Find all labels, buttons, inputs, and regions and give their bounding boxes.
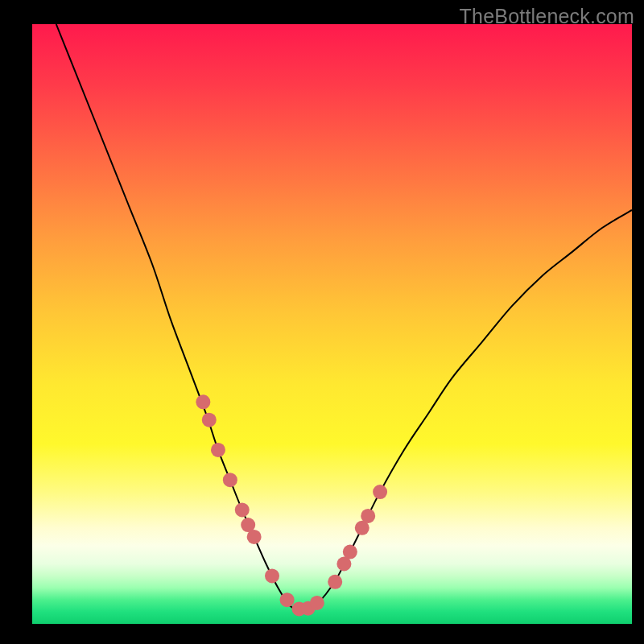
bottleneck-curve	[56, 24, 632, 609]
highlighted-dot	[211, 443, 225, 457]
highlighted-dot	[280, 592, 295, 607]
highlighted-dot	[202, 413, 217, 427]
highlighted-dot	[361, 509, 375, 523]
highlighted-dot	[247, 530, 262, 544]
highlighted-dot	[343, 545, 357, 559]
highlighted-dots-group	[196, 394, 387, 616]
chart-svg	[32, 24, 632, 624]
highlighted-dot	[310, 596, 324, 610]
highlighted-dot	[223, 473, 237, 487]
chart-plot-area	[32, 24, 632, 624]
highlighted-dot	[235, 502, 250, 517]
highlighted-dot	[328, 575, 342, 589]
highlighted-dot	[196, 394, 210, 409]
watermark-text: TheBottleneck.com	[460, 5, 634, 28]
highlighted-dot	[373, 485, 387, 499]
highlighted-dot	[265, 568, 279, 583]
